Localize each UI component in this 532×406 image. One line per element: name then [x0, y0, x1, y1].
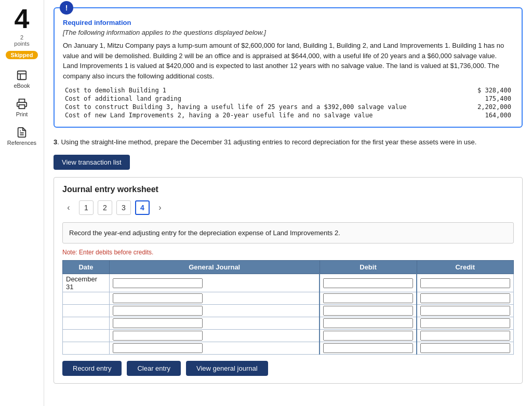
- main-content: ! Required information [The following in…: [44, 0, 532, 406]
- status-badge: Skipped: [6, 51, 38, 59]
- sidebar-item-print[interactable]: Print: [16, 98, 28, 117]
- date-header: Date: [63, 261, 110, 274]
- next-page-button[interactable]: ›: [154, 201, 166, 214]
- page-2-button[interactable]: 2: [98, 200, 112, 215]
- note-text: Note: Enter debits before credits.: [62, 249, 514, 256]
- svg-rect-3: [19, 105, 25, 109]
- journal-input[interactable]: [113, 293, 203, 303]
- clear-entry-button[interactable]: Clear entry: [127, 361, 181, 376]
- info-title: Required information: [63, 19, 513, 26]
- cost-amount: 175,400: [469, 94, 513, 103]
- cost-amount: $ 328,400: [469, 86, 513, 94]
- sidebar-item-ebook[interactable]: eBook: [14, 70, 30, 89]
- debit-input[interactable]: [323, 343, 413, 353]
- points-info: 2 points: [14, 34, 29, 47]
- info-body: On January 1, Mitzu Company pays a lump-…: [63, 40, 513, 81]
- date-cell: [63, 292, 110, 305]
- journal-input[interactable]: [113, 343, 203, 353]
- entry-description: Record the year-end adjusting entry for …: [62, 222, 514, 244]
- page-1-button[interactable]: 1: [79, 200, 94, 215]
- info-icon: !: [60, 1, 73, 15]
- pagination: ‹ 1 2 3 4 ›: [62, 200, 514, 215]
- journal-input[interactable]: [113, 318, 203, 328]
- credit-input[interactable]: [420, 318, 510, 328]
- record-entry-button[interactable]: Record entry: [62, 361, 122, 376]
- cost-description: Cost to demolish Building 1: [63, 86, 469, 94]
- info-box: ! Required information [The following in…: [54, 7, 523, 128]
- credit-input[interactable]: [420, 306, 510, 316]
- question-number: 3: [54, 138, 57, 146]
- credit-header: Credit: [417, 261, 514, 274]
- book-icon: [16, 70, 28, 81]
- print-label: Print: [16, 111, 28, 117]
- table-row: [63, 342, 514, 355]
- prev-page-button[interactable]: ‹: [62, 201, 75, 214]
- credit-input[interactable]: [420, 278, 510, 288]
- cost-description: Cost of new Land Improvements 2, having …: [63, 111, 469, 119]
- general-journal-header: General Journal: [110, 261, 320, 274]
- cost-amount: 2,202,000: [469, 103, 513, 111]
- table-row: December 31: [63, 274, 514, 292]
- date-cell: [63, 317, 110, 330]
- cost-amount: 164,000: [469, 111, 513, 119]
- journal-table: Date General Journal Debit Credit Decemb…: [62, 260, 514, 355]
- credit-input[interactable]: [420, 293, 510, 303]
- journal-input[interactable]: [113, 331, 203, 341]
- table-row: [63, 305, 514, 317]
- debit-input[interactable]: [323, 318, 413, 328]
- date-cell: December 31: [63, 274, 110, 292]
- date-cell: [63, 342, 110, 355]
- debit-input[interactable]: [323, 331, 413, 341]
- bottom-buttons: Record entry Clear entry View general jo…: [62, 361, 514, 376]
- date-cell: [63, 330, 110, 342]
- points-label: points: [14, 40, 29, 47]
- debit-input[interactable]: [323, 293, 413, 303]
- page-3-button[interactable]: 3: [116, 200, 131, 215]
- view-transaction-list-button[interactable]: View transaction list: [54, 155, 130, 170]
- info-subtitle: [The following information applies to th…: [63, 29, 513, 36]
- question-body: Using the straight-line method, prepare …: [61, 138, 476, 146]
- file-icon: [16, 127, 28, 138]
- ebook-label: eBook: [14, 83, 30, 89]
- points-value: 2: [20, 34, 23, 40]
- date-cell: [63, 305, 110, 317]
- table-row: [63, 292, 514, 305]
- cost-description: Cost of additional land grading: [63, 94, 469, 103]
- debit-input[interactable]: [323, 306, 413, 316]
- references-label: References: [7, 140, 36, 146]
- journal-input[interactable]: [113, 306, 203, 316]
- question-number: 4: [15, 5, 30, 32]
- debit-header: Debit: [320, 261, 417, 274]
- journal-entry-worksheet: Journal entry worksheet ‹ 1 2 3 4 › Reco…: [54, 177, 523, 384]
- costs-table: Cost to demolish Building 1$ 328,400Cost…: [63, 86, 513, 119]
- sidebar: 4 2 points Skipped eBook Print Reference…: [0, 0, 44, 406]
- sidebar-nav: eBook Print References: [0, 70, 44, 146]
- journal-input[interactable]: [113, 278, 203, 288]
- credit-input[interactable]: [420, 343, 510, 353]
- table-row: [63, 330, 514, 342]
- print-icon: [16, 98, 28, 110]
- credit-input[interactable]: [420, 331, 510, 341]
- debit-input[interactable]: [323, 278, 413, 288]
- view-general-journal-button[interactable]: View general journal: [186, 361, 268, 376]
- worksheet-title: Journal entry worksheet: [62, 185, 514, 194]
- table-row: [63, 317, 514, 330]
- cost-description: Cost to construct Building 3, having a u…: [63, 103, 469, 111]
- svg-rect-0: [18, 71, 26, 80]
- sidebar-item-references[interactable]: References: [7, 127, 36, 146]
- page-4-button[interactable]: 4: [135, 200, 150, 215]
- question-text: 3. Using the straight-line method, prepa…: [54, 137, 523, 147]
